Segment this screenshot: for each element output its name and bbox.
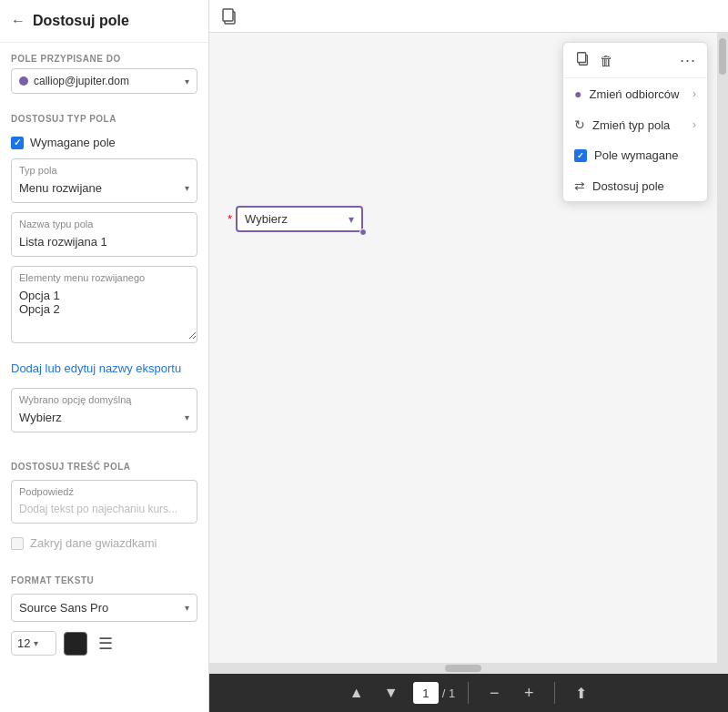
font-controls: 12 ▾ ☰: [11, 631, 197, 656]
context-menu-top-row: 🗑 ···: [563, 43, 707, 78]
canvas-area: 🗑 ··· ● Zmień odbiorców › ↻ Zmień typ po…: [209, 0, 728, 712]
item2-arrow-icon: ›: [693, 118, 696, 131]
font-size-select[interactable]: 12 ▾: [11, 631, 56, 656]
field-type-value: Menu rozwijane: [19, 181, 102, 195]
context-menu-item-customize[interactable]: ⇄ Dostosuj pole: [563, 170, 707, 201]
toolbar-separator: [468, 682, 469, 704]
context-menu: 🗑 ··· ● Zmień odbiorców › ↻ Zmień typ po…: [562, 42, 708, 202]
email-select[interactable]: calliop@jupiter.dom ▾: [11, 68, 197, 94]
email-chevron-icon: ▾: [185, 76, 189, 86]
default-option-chevron-icon: ▾: [185, 412, 189, 422]
context-menu-item-required[interactable]: Pole wymagane: [563, 140, 707, 170]
context-item3-label: Pole wymagane: [594, 148, 679, 162]
field-name-label: Nazwa typu pola: [12, 213, 197, 231]
zoom-out-button[interactable]: −: [481, 680, 507, 706]
resize-handle[interactable]: [359, 229, 367, 236]
mask-label: Zakryj dane gwiazdkami: [30, 536, 157, 550]
default-option-box: Wybrano opcję domyślną Wybierz ▾: [11, 388, 197, 432]
canvas-top-bar: [209, 0, 728, 33]
scroll-thumb-bottom: [445, 665, 481, 672]
copy-icon-button[interactable]: [217, 4, 242, 29]
content-section: Podpowiedź Dodaj tekst po najechaniu kur…: [0, 476, 208, 565]
field-name-box: Nazwa typu pola Lista rozwijana 1: [11, 212, 197, 257]
default-option-label: Wybrano opcję domyślną: [12, 389, 197, 407]
format-section: Source Sans Pro ▾ 12 ▾ ☰: [0, 590, 208, 665]
toolbar-separator2: [554, 682, 555, 704]
svg-rect-3: [578, 53, 586, 63]
menu-items-textarea[interactable]: [12, 285, 197, 340]
assigned-field-area: calliop@jupiter.dom ▾: [0, 68, 208, 103]
default-option-section: Wybrano opcję domyślną Wybierz ▾: [0, 384, 208, 451]
zoom-in-button[interactable]: +: [516, 680, 541, 706]
font-size-value: 12: [17, 636, 30, 650]
required-checkbox-row: Wymagane pole: [11, 132, 197, 158]
section-content-label: DOSTOSUJ TREŚĆ POLA: [0, 451, 208, 476]
context-more-icon[interactable]: ···: [680, 51, 696, 70]
add-export-link[interactable]: Dodaj lub edytuj nazwy eksportu: [0, 361, 208, 384]
email-value: calliop@jupiter.dom: [34, 75, 179, 87]
context-item1-label: Zmień odbiorców: [589, 87, 679, 101]
tooltip-label: Podpowiedź: [12, 481, 197, 499]
default-option-select[interactable]: Wybierz ▾: [12, 407, 197, 432]
canvas-content: 🗑 ··· ● Zmień odbiorców › ↻ Zmień typ po…: [209, 33, 717, 674]
recipients-icon: ●: [574, 86, 581, 101]
panel-title: Dostosuj pole: [33, 13, 129, 29]
email-dot: [19, 76, 28, 86]
section-field-type-label: DOSTOSUJ TYP POLA: [0, 103, 208, 128]
field-type-select[interactable]: Menu rozwijane ▾: [12, 178, 197, 202]
field-type-change-icon: ↻: [574, 117, 585, 132]
scrollbar-right[interactable]: [717, 33, 728, 674]
upload-button[interactable]: ⬆: [568, 680, 593, 706]
context-item4-label: Dostosuj pole: [592, 179, 664, 193]
required-ctx-checkbox: [574, 149, 587, 162]
canvas-field-select[interactable]: Wybierz ▾: [236, 206, 363, 232]
context-copy-icon[interactable]: [574, 50, 591, 70]
font-chevron-icon: ▾: [185, 603, 189, 613]
context-trash-icon[interactable]: 🗑: [600, 53, 613, 68]
page-up-button[interactable]: ▲: [344, 680, 369, 706]
svg-rect-1: [223, 9, 233, 21]
mask-checkbox-row: Zakryj dane gwiazdkami: [11, 533, 197, 555]
font-name-value: Source Sans Pro: [19, 601, 108, 615]
back-button[interactable]: ←: [11, 13, 25, 29]
font-size-chevron-icon: ▾: [34, 638, 38, 648]
context-menu-item-field-type[interactable]: ↻ Zmień typ pola ›: [563, 109, 707, 140]
menu-items-box: Elementy menu rozwijanego: [11, 266, 197, 343]
section-assigned-label: POLE PRZYPISANE DO: [0, 43, 208, 68]
bottom-toolbar: ▲ ▼ / 1 − + ⬆: [209, 674, 728, 712]
font-select[interactable]: Source Sans Pro ▾: [11, 594, 197, 622]
font-color-picker[interactable]: [64, 632, 87, 656]
field-type-box: Typ pola Menu rozwijane ▾: [11, 158, 197, 203]
default-option-value: Wybierz: [19, 411, 62, 424]
canvas-field-chevron-icon: ▾: [349, 213, 354, 226]
panel-header: ← Dostosuj pole: [0, 0, 208, 43]
page-input[interactable]: [413, 682, 439, 704]
page-total: / 1: [442, 687, 455, 700]
mask-checkbox[interactable]: [11, 537, 24, 550]
field-name-input-area[interactable]: Lista rozwijana 1: [12, 231, 197, 256]
menu-items-label: Elementy menu rozwijanego: [12, 267, 197, 285]
section-format-label: FORMAT TEKSTU: [0, 565, 208, 590]
scrollbar-bottom[interactable]: [209, 663, 717, 674]
item1-arrow-icon: ›: [693, 87, 696, 100]
page-display: / 1: [413, 682, 455, 704]
field-name-value: Lista rozwijana 1: [19, 235, 107, 249]
page-down-button[interactable]: ▼: [379, 680, 404, 706]
canvas-field-label: Wybierz: [245, 212, 349, 226]
customize-icon: ⇄: [574, 178, 585, 193]
context-item2-label: Zmień typ pola: [592, 118, 670, 132]
canvas-field-wrapper: * Wybierz ▾: [228, 206, 363, 232]
required-star-icon: *: [228, 212, 232, 226]
scroll-thumb: [719, 38, 726, 75]
field-type-section: Wymagane pole Typ pola Menu rozwijane ▾ …: [0, 128, 208, 361]
required-checkbox[interactable]: [11, 137, 24, 149]
field-type-box-label: Typ pola: [12, 159, 197, 178]
tooltip-box: Podpowiedź Dodaj tekst po najechaniu kur…: [11, 480, 197, 524]
required-label: Wymagane pole: [30, 136, 116, 149]
left-panel: ← Dostosuj pole POLE PRZYPISANE DO calli…: [0, 0, 209, 712]
tooltip-placeholder: Dodaj tekst po najechaniu kurs...: [12, 499, 197, 523]
text-align-icon[interactable]: ☰: [95, 632, 116, 656]
field-type-chevron-icon: ▾: [185, 183, 189, 193]
context-menu-item-recipients[interactable]: ● Zmień odbiorców ›: [563, 78, 707, 109]
